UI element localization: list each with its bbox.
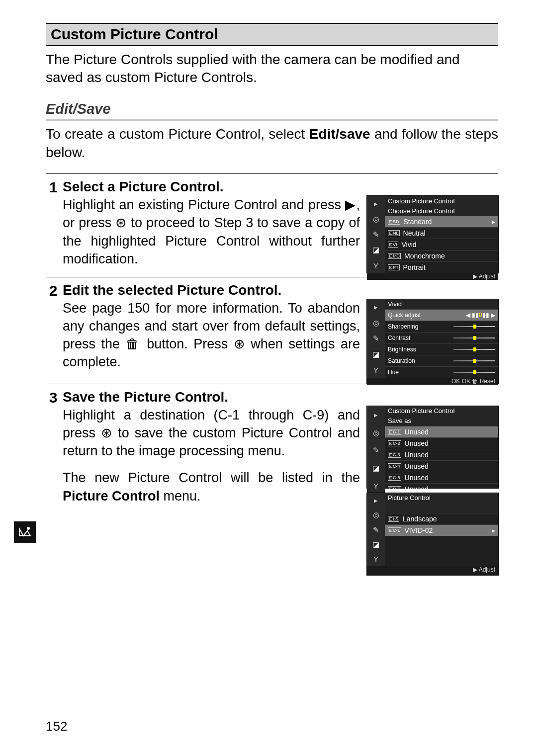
page-number: 152 [46,719,67,734]
tab-icon: ✎ [373,230,379,239]
step-number: 1 [46,179,61,277]
shot-footer: OK OK 🗑 Reset [367,378,498,385]
list-item-label: Portrait [403,263,426,271]
step-1: 1 Select a Picture Control. Highlight an… [46,173,498,277]
list-item: ⊡SDStandard▸ [385,216,498,227]
final-bold: Picture Control [63,489,160,504]
step-title: Edit the selected Picture Control. [63,282,498,298]
tab-icon: ◪ [372,540,379,549]
camera-screenshot-save-as: ▸ ◎ ✎ ◪ Y Custom Picture Control Save as… [367,406,498,488]
slider-label: Hue [388,369,399,376]
list-item: ⊡LSLandscape [385,513,498,524]
shot-title: Vivid [385,299,498,309]
list-item: ⊡C-4Unused [385,460,498,472]
tab-icon: ◎ [373,319,379,328]
camera-screenshot-edit-sliders: ▸ ◎ ✎ ◪ Y Vivid Quick adjust◀ ▮▮0▮▮ ▶ Sh… [367,299,498,384]
section-intro: The Picture Controls supplied with the c… [46,51,498,87]
list-item-label: Unused [405,439,429,447]
list-item: ⊡VIVivid [385,239,498,250]
final-post: menu. [160,489,201,504]
tab-icon: Y [373,482,378,490]
step-paragraph: See page 150 for more information. To ab… [63,299,360,371]
shot-subtitle [385,503,498,513]
tab-icon: ◎ [373,428,379,437]
step-3: 3 Save the Picture Control. Highlight a … [46,384,498,575]
step-title: Select a Picture Control. [63,179,498,195]
list-item-label: Monochrome [404,252,445,260]
list-item-label: Unused [405,474,429,482]
list-item: ⊡PTPortrait [385,261,498,273]
step-number: 2 [46,282,61,384]
list-item-label: Standard [404,218,432,226]
list-item-label: Unused [405,485,429,493]
menu-tab-icons: ▸ ◎ ✎ ◪ Y [367,299,385,378]
list-item: ⊡C-1VIVID-02▸ [385,524,498,536]
list-item: ⊡C-5Unused [385,472,498,483]
tab-icon: ▸ [374,496,378,505]
tab-icon: ▸ [374,303,378,312]
slider-label: Contrast [388,335,410,341]
camera-screenshot-picture-control-list: ▸ ◎ ✎ ◪ Y Picture Control ⊡LSLandscape ⊡ [367,493,498,575]
slider-row: Sharpening [385,321,498,332]
slider-label: Brightness [388,346,416,353]
slider-row: Hue [385,366,498,378]
list-item-label: Landscape [403,515,437,523]
shot-subtitle: Choose Picture Control [385,206,498,216]
list-item-label: VIVID-02 [405,526,433,534]
tab-icon: ◪ [372,350,379,359]
svg-point-0 [27,527,30,530]
camera-screenshot-choose-picture-control: ▸ ◎ ✎ ◪ Y Custom Picture Control Choose … [367,196,498,273]
subsection-intro: To create a custom Picture Control, sele… [46,125,498,162]
final-paragraph: The new Picture Control will be listed i… [63,469,360,504]
step-number: 3 [46,389,61,575]
subsection-intro-pre: To create a custom Picture Control, sele… [46,126,309,142]
shot-footer: ▶ Adjust [367,273,498,280]
tab-icon: ▸ [374,199,378,208]
menu-tab-icons: ▸ ◎ ✎ ◪ Y [367,493,385,566]
list-item-label: Unused [405,451,429,459]
subsection-heading: Edit/Save [46,101,498,121]
tab-icon: ✎ [373,525,379,534]
list-item-label: Unused [405,428,429,436]
shot-title: Custom Picture Control [385,196,498,206]
tab-icon: ✎ [373,446,379,455]
list-item: ⊡MCMonochrome [385,250,498,261]
shot-title: Custom Picture Control [385,406,498,416]
shot-footer: ▶ Adjust [367,566,498,575]
list-item: ⊡C-3Unused [385,449,498,460]
list-item-label: Neutral [403,229,426,237]
tab-icon: Y [373,366,378,374]
tab-icon: ◪ [372,246,379,254]
slider-label: Saturation [388,357,415,364]
step-2: 2 Edit the selected Picture Control. See… [46,277,498,384]
tab-icon: Y [373,555,378,563]
list-item-label: Vivid [402,241,417,249]
step-title: Save the Picture Control. [63,389,498,405]
slider-row: Brightness [385,343,498,355]
slider-row: Quick adjust◀ ▮▮0▮▮ ▶ [385,309,498,321]
tab-icon: Y [373,261,378,270]
tab-icon: ◎ [373,215,379,224]
list-item: ⊡NLNeutral [385,227,498,239]
list-item-label: Unused [405,462,429,470]
slider-label: Quick adjust [388,312,421,319]
menu-tab-icons: ▸ ◎ ✎ ◪ Y [367,196,385,273]
shot-title: Picture Control [385,493,498,503]
page-tab-icon [14,521,36,543]
list-item: ⊡C-2Unused [385,437,498,449]
tab-icon: ▸ [374,411,378,420]
slider-row: Saturation [385,355,498,366]
step-paragraph: Highlight a destination (C-1 through C-9… [63,406,360,460]
final-pre: The new Picture Control will be listed i… [63,470,360,485]
slider-label: Sharpening [388,323,418,330]
tab-icon: ◪ [372,464,379,473]
step-paragraph: Highlight an existing Picture Control an… [63,196,360,268]
section-heading: Custom Picture Control [46,23,498,46]
tab-icon: ✎ [373,334,379,343]
tab-icon: ◎ [373,510,379,519]
subsection-intro-bold: Edit/save [309,126,370,142]
slider-row: Contrast [385,332,498,343]
menu-tab-icons: ▸ ◎ ✎ ◪ Y [367,406,385,495]
shot-subtitle: Save as [385,416,498,426]
list-item: ⊡C-1Unused [385,426,498,437]
